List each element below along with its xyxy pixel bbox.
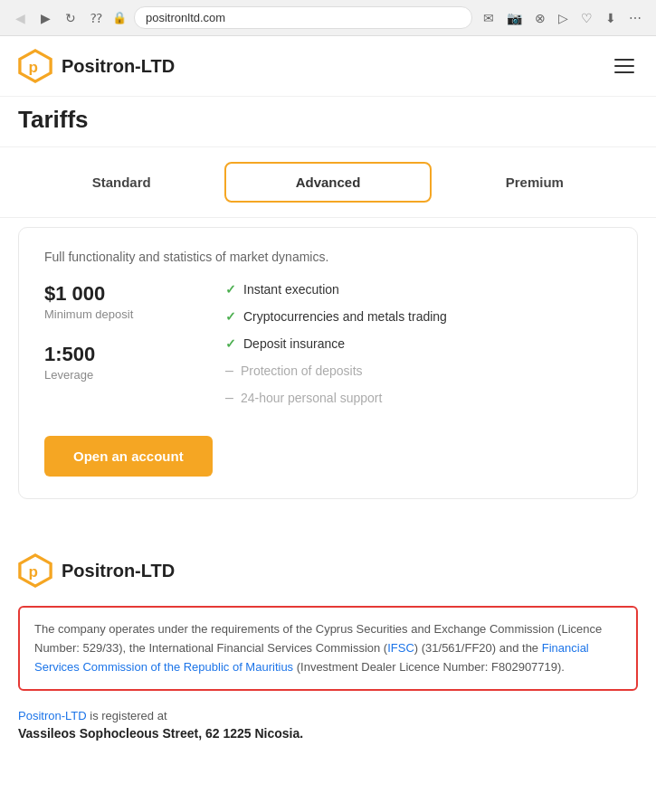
tab-standard-label: Standard — [92, 175, 151, 190]
section-title: Tariffs — [0, 97, 656, 147]
browser-chrome: ◀ ▶ ↻ ⁇ 🔒 positronltd.com ✉ 📷 ⊗ ▷ ♡ ⬇ ⋯ — [0, 0, 656, 36]
feature-item-instant: ✓ Instant execution — [225, 282, 612, 297]
refresh-button[interactable]: ↻ — [62, 9, 80, 27]
feature-label-1: Instant execution — [243, 282, 339, 297]
feature-list: ✓ Instant execution ✓ Cryptocurrencies a… — [225, 282, 612, 405]
dash-icon-1: – — [225, 364, 233, 378]
min-deposit-block: $1 000 Minimum deposit — [44, 282, 207, 321]
tab-premium-label: Premium — [506, 175, 564, 190]
dash-icon-2: – — [225, 391, 233, 405]
footer-logo-section: p Positron-LTD — [0, 517, 656, 606]
plan-card: Full functionality and statistics of mar… — [18, 227, 638, 499]
grid-button[interactable]: ⁇ — [87, 9, 105, 27]
registered-address: Vassileos Sophocleous Street, 62 1225 Ni… — [18, 726, 638, 741]
browser-actions: ✉ 📷 ⊗ ▷ ♡ ⬇ ⋯ — [480, 9, 645, 27]
footer-logo-text: Positron-LTD — [62, 561, 175, 581]
close-circle-icon[interactable]: ⊗ — [531, 9, 549, 27]
legal-box: The company operates under the requireme… — [18, 606, 638, 691]
hamburger-menu[interactable] — [611, 55, 638, 77]
email-icon[interactable]: ✉ — [480, 9, 498, 27]
check-icon-2: ✓ — [225, 309, 236, 324]
leverage-label: Leverage — [44, 368, 207, 382]
back-button[interactable]: ◀ — [11, 9, 29, 27]
plan-subtitle: Full functionality and statistics of mar… — [44, 250, 612, 264]
leverage-block: 1:500 Leverage — [44, 343, 207, 382]
feature-label-2: Cryptocurrencies and metals trading — [243, 309, 447, 324]
check-icon-1: ✓ — [225, 282, 236, 297]
feature-label-4: Protection of deposits — [241, 364, 363, 378]
feature-item-crypto: ✓ Cryptocurrencies and metals trading — [225, 309, 612, 324]
footer-logo-icon: p — [18, 553, 52, 588]
open-account-button[interactable]: Open an account — [44, 436, 213, 477]
registered-section: Positron-LTD is registered at Vassileos … — [0, 691, 656, 750]
feature-label-3: Deposit insurance — [243, 336, 345, 351]
download-icon[interactable]: ⬇ — [602, 9, 620, 27]
tab-standard[interactable]: Standard — [18, 162, 224, 203]
more-icon[interactable]: ⋯ — [625, 9, 645, 27]
address-bar[interactable]: positronltd.com — [134, 6, 472, 29]
hamburger-line-3 — [614, 71, 634, 73]
page-header: p Positron-LTD — [0, 36, 656, 97]
tab-advanced-label: Advanced — [296, 175, 361, 190]
lock-icon: 🔒 — [112, 11, 127, 24]
hamburger-line-2 — [614, 65, 634, 67]
leverage-value: 1:500 — [44, 343, 207, 366]
legal-text: The company operates under the requireme… — [34, 620, 622, 676]
hamburger-line-1 — [614, 59, 634, 61]
plan-stats: $1 000 Minimum deposit 1:500 Leverage — [44, 282, 207, 418]
logo-icon: p — [18, 49, 52, 83]
tab-premium[interactable]: Premium — [432, 162, 638, 203]
forward-button[interactable]: ▶ — [36, 9, 54, 27]
feature-label-5: 24-hour personal support — [241, 391, 382, 405]
min-deposit-value: $1 000 — [44, 282, 207, 306]
feature-item-deposit-insurance: ✓ Deposit insurance — [225, 336, 612, 351]
url-text: positronltd.com — [146, 11, 225, 24]
feature-item-support: – 24-hour personal support — [225, 391, 612, 405]
tab-advanced[interactable]: Advanced — [224, 162, 431, 203]
feature-item-protection: – Protection of deposits — [225, 364, 612, 378]
plan-features: ✓ Instant execution ✓ Cryptocurrencies a… — [225, 282, 612, 418]
site-logo-text: Positron-LTD — [62, 56, 175, 77]
tabs-container: Standard Advanced Premium — [0, 147, 656, 218]
logo-area: p Positron-LTD — [18, 49, 175, 83]
positron-ltd-footer-link[interactable]: Positron-LTD — [18, 709, 87, 722]
svg-text:p: p — [28, 563, 37, 581]
min-deposit-label: Minimum deposit — [44, 307, 207, 321]
ifsc-link[interactable]: IFSC — [387, 641, 414, 655]
svg-text:p: p — [28, 59, 37, 76]
check-icon-3: ✓ — [225, 336, 236, 351]
registered-line: Positron-LTD is registered at — [18, 709, 638, 722]
heart-icon[interactable]: ♡ — [577, 9, 596, 27]
financial-services-link[interactable]: Financial Services Commission of the Rep… — [34, 641, 589, 674]
send-icon[interactable]: ▷ — [555, 9, 572, 27]
card-body: $1 000 Minimum deposit 1:500 Leverage ✓ … — [44, 282, 612, 418]
camera-icon[interactable]: 📷 — [503, 9, 526, 27]
